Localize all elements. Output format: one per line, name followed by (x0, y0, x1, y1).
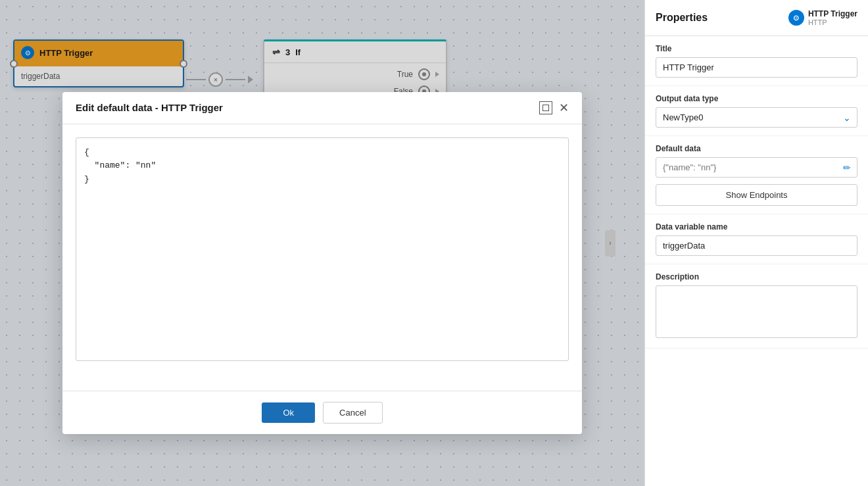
dialog-overlay: Edit default data - HTTP Trigger ✕ Ok Ca… (0, 0, 644, 486)
panel-icon-labels: HTTP Trigger HTTP (808, 9, 857, 26)
description-label: Description (656, 272, 857, 281)
edit-dialog: Edit default data - HTTP Trigger ✕ Ok Ca… (62, 92, 582, 434)
panel-title: Properties (656, 12, 708, 24)
data-var-input[interactable] (656, 235, 857, 256)
description-textarea[interactable] (656, 285, 857, 338)
dialog-maximize-button[interactable] (539, 101, 552, 114)
data-var-label: Data variable name (656, 222, 857, 231)
panel-header: Properties ⊙ HTTP Trigger HTTP (645, 0, 868, 36)
default-data-label: Default data (656, 144, 857, 153)
show-endpoints-button[interactable]: Show Endpoints (656, 184, 857, 206)
workflow-canvas: ⊙ HTTP Trigger triggerData × ⇌ 3 If True (0, 0, 644, 486)
panel-default-data-section: Default data ✏ Show Endpoints (645, 136, 868, 214)
code-editor[interactable] (76, 137, 569, 361)
panel-http-icon: ⊙ (788, 10, 804, 26)
dialog-title: Edit default data - HTTP Trigger (76, 102, 223, 113)
title-field-label: Title (656, 44, 857, 53)
output-type-label: Output data type (656, 94, 857, 103)
panel-icon-area: ⊙ HTTP Trigger HTTP (788, 9, 857, 26)
edit-pencil-icon[interactable]: ✏ (843, 162, 851, 173)
output-type-select[interactable]: NewType0 (656, 107, 857, 128)
panel-icon-title: HTTP Trigger (808, 9, 857, 18)
maximize-icon (542, 105, 549, 111)
ok-button[interactable]: Ok (262, 402, 315, 423)
default-data-wrapper: ✏ (656, 157, 857, 178)
cancel-button[interactable]: Cancel (323, 402, 382, 424)
panel-title-section: Title (645, 36, 868, 86)
dialog-body (62, 124, 582, 391)
dialog-header: Edit default data - HTTP Trigger ✕ (62, 92, 582, 124)
default-data-input[interactable] (656, 157, 857, 178)
title-input[interactable] (656, 57, 857, 78)
properties-panel: Properties ⊙ HTTP Trigger HTTP Title Out… (644, 0, 868, 486)
panel-output-type-section: Output data type NewType0 ⌄ (645, 86, 868, 136)
dialog-header-actions: ✕ (539, 101, 569, 114)
panel-description-section: Description (645, 264, 868, 349)
dialog-close-button[interactable]: ✕ (559, 102, 569, 114)
output-type-select-wrapper: NewType0 ⌄ (656, 107, 857, 128)
dialog-footer: Ok Cancel (62, 391, 582, 434)
panel-icon-subtitle: HTTP (808, 18, 857, 26)
panel-data-var-section: Data variable name (645, 214, 868, 264)
